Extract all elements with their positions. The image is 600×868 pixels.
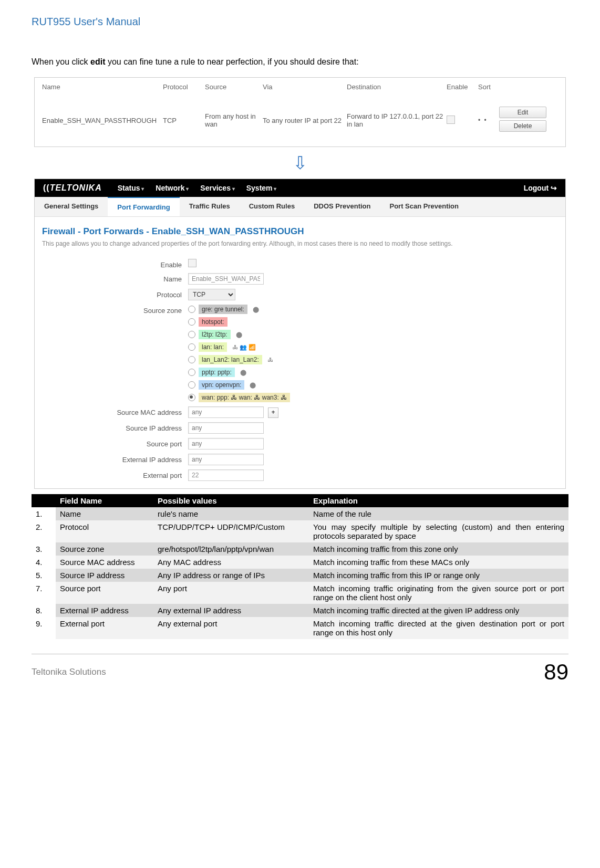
- name-input[interactable]: [188, 273, 264, 285]
- zone-option[interactable]: pptp: pptp:⬤: [188, 368, 565, 377]
- zone-radio[interactable]: [188, 318, 195, 326]
- logout-link[interactable]: Logout: [524, 184, 557, 192]
- row-explanation: Match incoming traffic from this IP or r…: [309, 569, 568, 582]
- zone-radio[interactable]: [188, 369, 195, 376]
- zone-option[interactable]: gre: gre tunnel:⬤: [188, 305, 565, 314]
- top-nav-bar: ((TELTONIKA Status Network Services Syst…: [35, 179, 565, 197]
- menu-services[interactable]: Services: [200, 184, 234, 192]
- row-field: Protocol: [56, 520, 153, 542]
- tab-ddos-prevention[interactable]: DDOS Prevention: [304, 197, 380, 216]
- add-mac-button[interactable]: +: [268, 407, 278, 418]
- row-number: 8.: [32, 604, 56, 617]
- zone-label: vpn: openvpn:: [199, 380, 244, 390]
- label-source-mac: Source MAC address: [35, 406, 188, 416]
- zone-label: wan: ppp: 🖧 wan: 🖧 wan3: 🖧: [199, 393, 290, 402]
- row-field: Source port: [56, 582, 153, 604]
- page-footer: Teltonika Solutions 89: [32, 654, 568, 685]
- zone-radio[interactable]: [188, 331, 195, 338]
- logo: ((TELTONIKA: [43, 183, 102, 193]
- zone-icons: 🖧: [267, 357, 273, 363]
- zone-option[interactable]: hotspot:: [188, 317, 565, 327]
- zone-radio[interactable]: [188, 306, 195, 313]
- rules-data-row: Enable_SSH_WAN_PASSTHROUGH TCP From any …: [35, 96, 565, 147]
- rules-screenshot: Name Protocol Source Via Destination Ena…: [34, 77, 566, 147]
- edit-button[interactable]: Edit: [499, 107, 546, 118]
- zone-label: gre: gre tunnel:: [199, 305, 247, 314]
- col-via: Via: [263, 83, 347, 91]
- tab-general-settings[interactable]: General Settings: [35, 197, 108, 216]
- tab-custom-rules[interactable]: Custom Rules: [240, 197, 304, 216]
- label-name: Name: [35, 273, 188, 283]
- row-number: 2.: [32, 520, 56, 542]
- document-header: RUT955 User's Manual: [32, 16, 568, 31]
- zone-label: hotspot:: [199, 317, 227, 327]
- row-possible: Any external IP address: [153, 604, 309, 617]
- row-possible: rule's name: [153, 507, 309, 520]
- port-forward-screenshot: ((TELTONIKA Status Network Services Syst…: [34, 179, 566, 489]
- row-field: External IP address: [56, 604, 153, 617]
- zone-label: pptp: pptp:: [199, 368, 235, 377]
- tab-bar: General Settings Port Forwarding Traffic…: [35, 197, 565, 217]
- intro-bold: edit: [90, 57, 105, 66]
- row-number: 1.: [32, 507, 56, 520]
- delete-button[interactable]: Delete: [499, 120, 546, 132]
- row-possible: Any MAC address: [153, 556, 309, 569]
- row-field: Source MAC address: [56, 556, 153, 569]
- source-port-input[interactable]: [188, 438, 264, 449]
- zone-radio[interactable]: [188, 381, 195, 389]
- row-explanation: Name of the rule: [309, 507, 568, 520]
- rule-source: From any host in wan: [205, 112, 263, 128]
- table-row: 7.Source portAny portMatch incoming traf…: [32, 582, 568, 604]
- zone-option[interactable]: lan_Lan2: lan_Lan2:🖧: [188, 355, 565, 364]
- zone-radio[interactable]: [188, 356, 195, 363]
- label-external-port: External port: [35, 469, 188, 479]
- footer-left: Teltonika Solutions: [32, 667, 106, 677]
- enable-checkbox[interactable]: [188, 259, 196, 267]
- row-possible: Any IP address or range of IPs: [153, 569, 309, 582]
- page-number: 89: [544, 660, 568, 685]
- zone-option[interactable]: l2tp: l2tp:⬤: [188, 330, 565, 339]
- protocol-select[interactable]: TCP: [188, 289, 235, 300]
- row-number: 3.: [32, 542, 56, 556]
- zone-radio[interactable]: [188, 343, 195, 351]
- rule-sort-handle[interactable]: • •: [478, 117, 499, 124]
- menu-status[interactable]: Status: [118, 184, 144, 192]
- label-source-port: Source port: [35, 438, 188, 448]
- table-header-row: Field Name Possible values Explanation: [32, 494, 568, 507]
- external-port-input[interactable]: [188, 469, 264, 481]
- tab-port-forwarding[interactable]: Port Forwarding: [108, 197, 179, 216]
- main-menu: Status Network Services System: [118, 184, 277, 192]
- row-field: Source IP address: [56, 569, 153, 582]
- row-possible: Any port: [153, 582, 309, 604]
- source-ip-input[interactable]: [188, 422, 264, 434]
- tab-traffic-rules[interactable]: Traffic Rules: [180, 197, 240, 216]
- col-destination: Destination: [347, 83, 447, 91]
- row-number: 5.: [32, 569, 56, 582]
- row-explanation: Match incoming traffic directed at the g…: [309, 604, 568, 617]
- rule-protocol: TCP: [163, 117, 205, 124]
- explanation-table: Field Name Possible values Explanation 1…: [32, 494, 568, 639]
- menu-network[interactable]: Network: [156, 184, 189, 192]
- source-mac-input[interactable]: [188, 406, 264, 418]
- external-ip-input[interactable]: [188, 454, 264, 465]
- table-row: 5.Source IP addressAny IP address or ran…: [32, 569, 568, 582]
- zone-radio[interactable]: [188, 394, 195, 401]
- row-explanation: Match incoming traffic from these MACs o…: [309, 556, 568, 569]
- zone-icons: ⬤: [236, 331, 242, 338]
- col-name: Name: [42, 83, 163, 91]
- zone-option[interactable]: vpn: openvpn:⬤: [188, 380, 565, 390]
- label-enable: Enable: [35, 259, 188, 269]
- tab-port-scan-prevention[interactable]: Port Scan Prevention: [380, 197, 468, 216]
- label-source-zone: Source zone: [35, 305, 188, 315]
- menu-system[interactable]: System: [246, 184, 277, 192]
- table-row: 1.Namerule's nameName of the rule: [32, 507, 568, 520]
- zone-icons: 🖧 👥 📶: [232, 344, 256, 351]
- col-enable: Enable: [447, 83, 478, 91]
- rule-enable-checkbox[interactable]: [447, 116, 478, 126]
- zone-option[interactable]: wan: ppp: 🖧 wan: 🖧 wan3: 🖧: [188, 393, 565, 402]
- label-external-ip: External IP address: [35, 454, 188, 464]
- zone-icons: ⬤: [250, 382, 256, 389]
- down-arrow-icon: ⇩: [32, 152, 568, 173]
- zone-option[interactable]: lan: lan:🖧 👥 📶: [188, 342, 565, 352]
- page-note: This page allows you to change advanced …: [35, 240, 565, 257]
